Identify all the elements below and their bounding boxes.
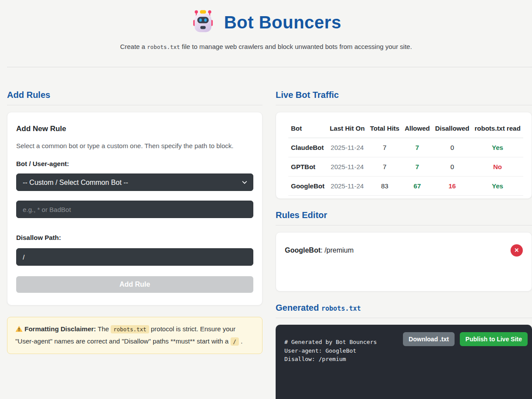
table-header-row: Bot Last Hit On Total Hits Allowed Disal…: [288, 118, 523, 138]
robot-icon: [191, 10, 215, 35]
disallowed-count: 16: [432, 177, 472, 196]
generated-section-title: Generated robots.txt: [276, 303, 532, 313]
page-title: Bot Bouncers: [224, 13, 341, 32]
section-divider: [276, 105, 532, 105]
total-hits: 7: [368, 138, 402, 157]
table-row: GPTBot 2025-11-24 7 7 0 No: [288, 157, 523, 177]
table-row: GoogleBot 2025-11-24 83 67 16 Yes: [288, 177, 523, 196]
allowed-count: 7: [402, 157, 433, 177]
add-rule-button[interactable]: Add Rule: [16, 276, 253, 293]
warning-icon: [15, 324, 23, 336]
robots-read-status: No: [472, 157, 523, 177]
subtitle-code: robots.txt: [147, 44, 180, 50]
last-hit: 2025-11-24: [327, 138, 368, 157]
bot-user-agent-label: Bot / User-agent:: [16, 160, 253, 167]
bot-traffic-table: Bot Last Hit On Total Hits Allowed Disal…: [288, 118, 523, 196]
total-hits: 7: [368, 157, 402, 177]
rule-text: GoogleBot: /premium: [285, 246, 354, 254]
page-subtitle: Create a robots.txt file to manage web c…: [0, 43, 532, 50]
section-divider: [7, 105, 262, 105]
disallow-path-label: Disallow Path:: [16, 234, 253, 241]
col-bot: Bot: [288, 118, 327, 138]
allowed-count: 67: [402, 177, 433, 196]
last-hit: 2025-11-24: [327, 177, 368, 196]
bot-name: ClaudeBot: [288, 138, 327, 157]
last-hit: 2025-11-24: [327, 157, 368, 177]
bot-select[interactable]: -- Custom / Select Common Bot --: [16, 173, 253, 191]
col-total-hits: Total Hits: [368, 118, 402, 138]
traffic-column: Live Bot Traffic Bot Last Hit On Total H…: [276, 67, 532, 399]
disclaimer-code-slash: /: [231, 337, 239, 346]
col-robots-read: robots.txt read: [472, 118, 523, 138]
code-line: User-agent: GoogleBot: [284, 347, 523, 355]
table-row: ClaudeBot 2025-11-24 7 7 0 Yes: [288, 138, 523, 157]
col-allowed: Allowed: [402, 118, 433, 138]
col-last-hit: Last Hit On: [327, 118, 368, 138]
rule-bot-name: GoogleBot: [285, 246, 321, 254]
bot-traffic-card: Bot Last Hit On Total Hits Allowed Disal…: [276, 112, 532, 199]
robots-read-status: Yes: [472, 177, 523, 196]
add-new-rule-card: Add New Rule Select a common bot or type…: [7, 112, 262, 305]
add-rule-card-title: Add New Rule: [16, 125, 253, 133]
generated-robots-code-block: Download .txt Publish to Live Site # Gen…: [276, 325, 532, 399]
rules-editor-card: GoogleBot: /premium ✕: [276, 232, 532, 291]
bot-name: GoogleBot: [288, 177, 327, 196]
disallowed-count: 0: [432, 157, 472, 177]
live-bot-traffic-section-title: Live Bot Traffic: [276, 90, 532, 100]
allowed-count: 7: [402, 138, 433, 157]
section-divider: [276, 225, 532, 226]
add-rules-column: Add Rules Add New Rule Select a common b…: [7, 67, 262, 399]
add-rules-section-title: Add Rules: [7, 90, 262, 100]
delete-rule-button[interactable]: ✕: [511, 244, 523, 257]
add-rule-description: Select a common bot or type a custom one…: [16, 142, 253, 149]
bot-name: GPTBot: [288, 157, 327, 177]
code-line: Disallow: /premium: [284, 355, 523, 364]
custom-bot-input[interactable]: [16, 201, 253, 218]
rule-item: GoogleBot: /premium ✕: [285, 244, 523, 257]
section-divider: [276, 318, 532, 318]
total-hits: 83: [368, 177, 402, 196]
publish-live-site-button[interactable]: Publish to Live Site: [460, 332, 528, 346]
page-header: Bot Bouncers Create a robots.txt file to…: [0, 0, 532, 50]
rule-path: : /premium: [321, 246, 354, 254]
download-txt-button[interactable]: Download .txt: [403, 332, 455, 346]
robots-read-status: Yes: [472, 138, 523, 157]
formatting-disclaimer: Formatting Disclaimer: The robots.txt pr…: [7, 317, 262, 354]
disallowed-count: 0: [432, 138, 472, 157]
disallow-path-input[interactable]: [16, 248, 253, 266]
disclaimer-code-robots: robots.txt: [111, 325, 149, 333]
col-disallowed: Disallowed: [432, 118, 472, 138]
rules-editor-section-title: Rules Editor: [276, 210, 532, 220]
disclaimer-title: Formatting Disclaimer:: [24, 325, 96, 333]
generated-title-code: robots.txt: [321, 305, 360, 312]
close-icon: ✕: [514, 247, 519, 253]
